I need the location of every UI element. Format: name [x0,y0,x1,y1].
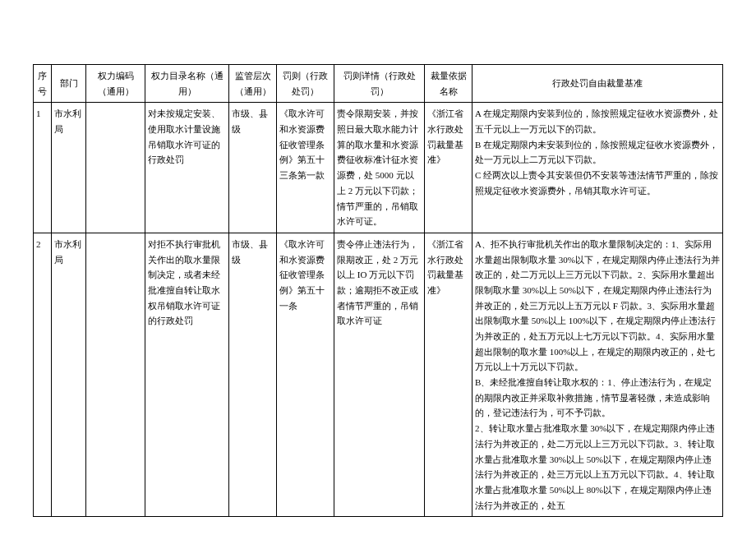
header-seq: 序号 [34,65,52,103]
header-level: 监管层次（通用） [229,65,277,103]
cell-level: 市级、县级 [229,233,277,516]
cell-dept: 市水利局 [52,233,86,516]
cell-seq: 1 [34,103,52,233]
header-dept: 部门 [52,65,86,103]
header-detail: 罚则详情（行政处罚） [334,65,425,103]
cell-detail: 责令限期安装，并按照日最大取水能力计算的取水量和水资源费征收标准计征水资源费，处… [334,103,425,233]
cell-basis: 《浙江省水行政处罚裁量基准》 [425,233,472,516]
table-header-row: 序号 部门 权力编码（通用） 权力目录名称（通用） 监管层次（通用） 罚则（行政… [34,65,723,103]
cell-code [86,233,145,516]
header-standard: 行政处罚自由裁量基准 [472,65,723,103]
cell-code [86,103,145,233]
header-code: 权力编码（通用） [86,65,145,103]
header-basis: 裁量依据名称 [425,65,472,103]
header-catalog: 权力目录名称（通用） [145,65,229,103]
table-row: 1 市水利局 对未按规定安装、使用取水计量设施吊销取水许可证的行政处罚 市级、县… [34,103,723,233]
cell-standard: A 在规定期限内安装到位的，除按照规定征收水资源费外，处五千元以上一万元以下的罚… [472,103,723,233]
cell-standard: A、拒不执行审批机关作出的取水量限制决定的：1、实际用水量超出限制取水量 30%… [472,233,723,516]
cell-seq: 2 [34,233,52,516]
regulation-table: 序号 部门 权力编码（通用） 权力目录名称（通用） 监管层次（通用） 罚则（行政… [33,64,723,517]
cell-dept: 市水利局 [52,103,86,233]
table-row: 2 市水利局 对拒不执行审批机关作出的取水量限制决定，或者未经批准擅自转让取水权… [34,233,723,516]
cell-basis: 《浙江省水行政处罚裁量基准》 [425,103,472,233]
cell-rule: 《取水许可和水资源费征收管理条例》第五十三条第一款 [277,103,334,233]
cell-catalog: 对未按规定安装、使用取水计量设施吊销取水许可证的行政处罚 [145,103,229,233]
cell-level: 市级、县级 [229,103,277,233]
cell-detail: 责令停止违法行为，限期改正，处 2 万元以上 IO 万元以下罚款；逾期拒不改正或… [334,233,425,516]
cell-rule: 《取水许可和水资源费征收管理条例》第五十一条 [277,233,334,516]
cell-catalog: 对拒不执行审批机关作出的取水量限制决定，或者未经批准擅自转让取水权吊销取水许可证… [145,233,229,516]
header-rule: 罚则（行政处罚） [277,65,334,103]
